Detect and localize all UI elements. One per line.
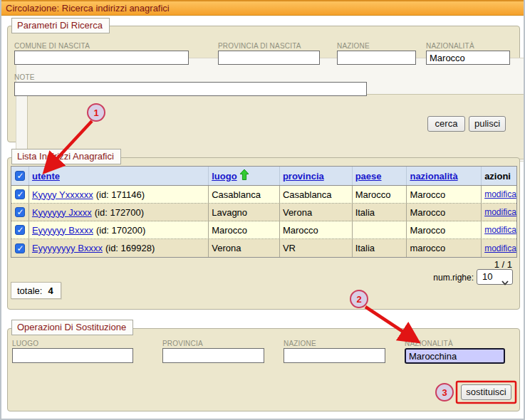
search-panel <box>16 58 524 162</box>
cell-luogo: Casablanca <box>208 186 279 203</box>
nazione-input[interactable] <box>337 51 416 65</box>
nazionalita-input[interactable] <box>426 51 510 65</box>
nazione-label: NAZIONE <box>337 42 370 50</box>
note-label: NOTE <box>14 73 35 81</box>
comune-di-nascita-input[interactable] <box>14 51 189 65</box>
pulisci-button[interactable]: pulisci <box>469 116 506 132</box>
sub-luogo-input[interactable] <box>12 348 133 363</box>
cell-provincia: Marocco <box>279 221 352 238</box>
user-link[interactable]: Eyyyyyyyy Bxxxx <box>32 243 103 253</box>
column-header-azioni: azioni <box>484 171 511 182</box>
modifica-link[interactable]: modifica <box>484 207 516 217</box>
table-header-row: utente luogo provincia paese nazionalità… <box>11 167 516 186</box>
table-row: Kyyyyyy Jxxxx(id: 172700) Lavagno Verona… <box>11 204 516 221</box>
totale-value: 4 <box>48 285 53 296</box>
modifica-link[interactable]: modifica <box>484 243 516 253</box>
user-link[interactable]: Kyyyyyy Jxxxx <box>32 207 92 218</box>
comune-di-nascita-label: COMUNE DI NASCITA <box>14 42 90 50</box>
column-header-luogo[interactable]: luogo <box>212 171 236 182</box>
sub-provincia-input[interactable] <box>162 348 264 363</box>
table-row: Eyyyyyyyy Bxxxx(id: 169928) Verona VR It… <box>11 239 516 257</box>
sub-nazionalita-label: NAZIONALITÀ <box>405 340 453 347</box>
sub-nazionalita-input[interactable] <box>405 348 505 364</box>
cell-nazionalita: marocco <box>406 239 481 257</box>
user-link[interactable]: Kyyyy Yxxxxxx <box>32 189 93 200</box>
row-checkbox[interactable] <box>15 225 25 235</box>
sub-nazione-input[interactable] <box>284 348 385 363</box>
rows-per-page-value: 10 <box>482 271 492 282</box>
totale-box: totale:4 <box>11 282 61 299</box>
user-id: (id: 170200) <box>96 225 145 236</box>
user-id: (id: 169928) <box>105 243 155 253</box>
table-row: Eyyyyyy Bxxxx(id: 170200) Marocco Marocc… <box>11 221 516 239</box>
cell-provincia: VR <box>279 239 352 257</box>
user-id: (id: 172700) <box>95 207 144 218</box>
provincia-di-nascita-label: PROVINCIA DI NASCITA <box>218 42 301 50</box>
cell-nazionalita: Marocco <box>406 204 481 221</box>
sort-ascending-icon <box>240 169 249 182</box>
sub-nazione-label: NAZIONE <box>284 340 316 347</box>
table-row: Kyyyy Yxxxxxx(id: 171146) Casablanca Cas… <box>11 186 516 204</box>
modifica-link[interactable]: modifica <box>484 189 516 199</box>
row-checkbox[interactable] <box>15 189 25 199</box>
column-header-paese[interactable]: paese <box>355 171 382 182</box>
note-input[interactable] <box>14 82 367 96</box>
cell-luogo: Marocco <box>208 221 279 238</box>
rows-per-page-select[interactable]: 10 <box>477 269 513 285</box>
search-section-legend: Parametri Di Ricerca <box>11 18 110 33</box>
cell-provincia: Casablanca <box>279 186 352 203</box>
cell-nazionalita: Marocco <box>406 221 481 238</box>
sub-luogo-label: LUOGO <box>12 340 38 347</box>
chevron-down-icon <box>501 275 509 290</box>
cell-paese: Italia <box>352 239 407 257</box>
title-bar: Circolazione: Ricerca indirizzi anagrafi… <box>1 0 524 16</box>
sub-provincia-label: PROVINCIA <box>162 340 203 347</box>
totale-label: totale: <box>17 285 42 296</box>
list-section-legend: Lista Indirizzi Anagrafici <box>11 149 121 164</box>
substitution-section-legend: Operazioni Di Sostituzione <box>11 320 133 335</box>
num-righe-label: num.righe: <box>433 273 474 283</box>
nazionalita-label: NAZIONALITÀ <box>426 42 474 50</box>
user-id: (id: 171146) <box>96 189 145 200</box>
cell-luogo: Verona <box>208 239 279 257</box>
cerca-button[interactable]: cerca <box>427 116 465 132</box>
cell-paese: Marocco <box>352 186 407 203</box>
cell-provincia: Verona <box>279 204 352 221</box>
page-title: Circolazione: Ricerca indirizzi anagrafi… <box>6 3 170 14</box>
modifica-link[interactable]: modifica <box>484 225 516 235</box>
select-all-checkbox[interactable] <box>15 171 25 181</box>
column-header-provincia[interactable]: provincia <box>283 171 324 182</box>
cell-luogo: Lavagno <box>208 204 279 221</box>
cell-paese: Italia <box>352 204 407 221</box>
page-indicator: 1 / 1 <box>494 259 512 270</box>
user-link[interactable]: Eyyyyyy Bxxxx <box>32 225 93 236</box>
provincia-di-nascita-input[interactable] <box>218 51 320 65</box>
cell-paese <box>352 221 407 238</box>
app-window: Circolazione: Ricerca indirizzi anagrafi… <box>0 0 525 420</box>
sostituisci-button[interactable]: sostituisci <box>461 384 511 400</box>
row-checkbox[interactable] <box>15 207 25 217</box>
column-header-utente[interactable]: utente <box>32 171 60 182</box>
results-table: utente luogo provincia paese nazionalità… <box>11 166 517 258</box>
cell-nazionalita: Marocco <box>406 186 481 203</box>
column-header-nazionalita[interactable]: nazionalità <box>410 171 457 182</box>
row-checkbox[interactable] <box>15 243 25 253</box>
